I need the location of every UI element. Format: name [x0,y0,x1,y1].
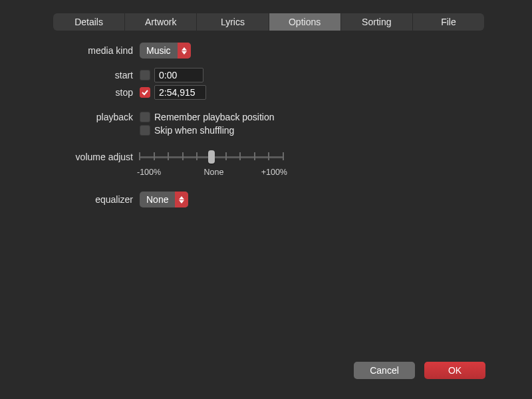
tab-details[interactable]: Details [53,13,125,31]
remember-position-checkbox[interactable] [140,112,150,122]
tab-sorting[interactable]: Sorting [341,13,413,31]
slider-tick [168,152,169,160]
equalizer-value: None [140,194,175,205]
tab-lyrics[interactable]: Lyrics [197,13,269,31]
slider-knob[interactable] [208,150,215,164]
options-form: media kind Music start 0:00 stop [0,43,532,213]
label-equalizer: equalizer [0,194,140,205]
slider-tick [225,152,227,160]
slider-caption-center: None [203,168,223,177]
media-kind-value: Music [140,45,178,56]
slider-tick [254,152,255,160]
slider-tick [268,152,269,160]
label-stop: stop [0,87,140,98]
skip-shuffling-checkbox[interactable] [140,125,150,136]
slider-captions: -100% None +100% [137,168,287,177]
slider-tick [196,152,198,160]
slider-tick [239,152,241,160]
slider-caption-right: +100% [261,168,287,177]
label-media-kind: media kind [0,45,140,56]
ok-button[interactable]: OK [424,362,485,379]
label-start: start [0,70,140,80]
slider-tick [283,152,284,160]
cancel-button[interactable]: Cancel [354,362,415,379]
slider-tick [182,152,184,160]
stop-time-input[interactable]: 2:54,915 [154,85,206,100]
slider-tick [154,152,155,160]
dialog-footer: Cancel OK [354,362,485,379]
start-checkbox[interactable] [140,70,150,80]
tab-file[interactable]: File [413,13,484,31]
updown-icon [175,192,188,207]
start-time-input[interactable]: 0:00 [154,68,203,82]
tab-bar: Details Artwork Lyrics Options Sorting F… [53,13,484,31]
label-volume-adjust: volume adjust [0,150,140,162]
slider-caption-left: -100% [137,168,161,177]
volume-adjust-slider[interactable]: -100% None +100% [140,150,283,164]
tab-artwork[interactable]: Artwork [125,13,197,31]
label-playback: playback [0,112,140,122]
stop-checkbox[interactable] [140,87,150,98]
media-kind-popup[interactable]: Music [140,43,191,59]
equalizer-popup[interactable]: None [140,192,188,207]
tab-options[interactable]: Options [269,13,341,31]
skip-shuffling-label: Skip when shuffling [154,125,234,136]
remember-position-label: Remember playback position [154,112,275,122]
updown-icon [178,43,191,59]
slider-tick [139,152,140,160]
